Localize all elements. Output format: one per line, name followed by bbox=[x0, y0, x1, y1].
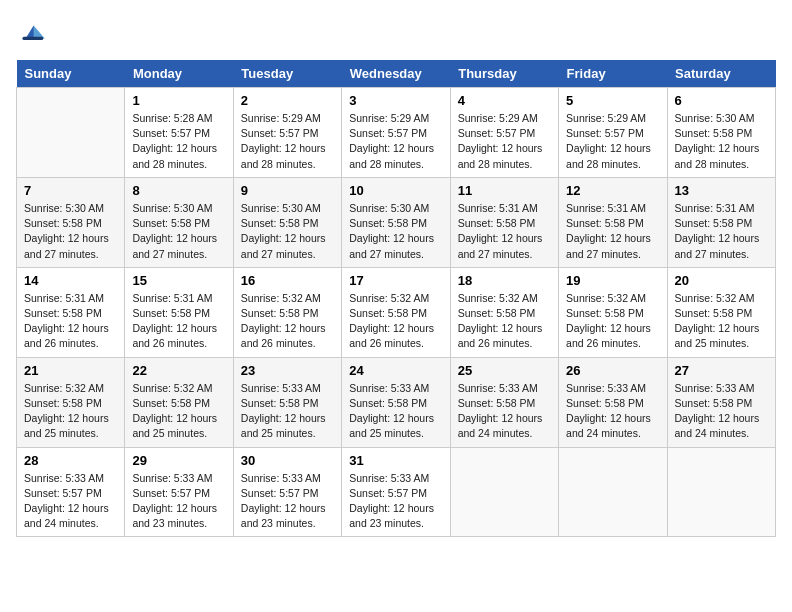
calendar-cell bbox=[559, 447, 667, 537]
calendar-cell: 27Sunrise: 5:33 AMSunset: 5:58 PMDayligh… bbox=[667, 357, 775, 447]
calendar-cell: 15Sunrise: 5:31 AMSunset: 5:58 PMDayligh… bbox=[125, 267, 233, 357]
day-number: 17 bbox=[349, 273, 442, 288]
header-day: Sunday bbox=[17, 60, 125, 88]
day-info: Sunrise: 5:33 AMSunset: 5:58 PMDaylight:… bbox=[675, 381, 768, 442]
header-day: Monday bbox=[125, 60, 233, 88]
day-number: 1 bbox=[132, 93, 225, 108]
day-number: 25 bbox=[458, 363, 551, 378]
day-info: Sunrise: 5:31 AMSunset: 5:58 PMDaylight:… bbox=[675, 201, 768, 262]
calendar-week: 7Sunrise: 5:30 AMSunset: 5:58 PMDaylight… bbox=[17, 177, 776, 267]
calendar-cell: 4Sunrise: 5:29 AMSunset: 5:57 PMDaylight… bbox=[450, 88, 558, 178]
day-info: Sunrise: 5:33 AMSunset: 5:58 PMDaylight:… bbox=[349, 381, 442, 442]
calendar-body: 1Sunrise: 5:28 AMSunset: 5:57 PMDaylight… bbox=[17, 88, 776, 537]
calendar-cell: 11Sunrise: 5:31 AMSunset: 5:58 PMDayligh… bbox=[450, 177, 558, 267]
calendar-cell: 14Sunrise: 5:31 AMSunset: 5:58 PMDayligh… bbox=[17, 267, 125, 357]
calendar-cell: 18Sunrise: 5:32 AMSunset: 5:58 PMDayligh… bbox=[450, 267, 558, 357]
day-info: Sunrise: 5:30 AMSunset: 5:58 PMDaylight:… bbox=[24, 201, 117, 262]
day-info: Sunrise: 5:33 AMSunset: 5:58 PMDaylight:… bbox=[241, 381, 334, 442]
calendar-cell: 13Sunrise: 5:31 AMSunset: 5:58 PMDayligh… bbox=[667, 177, 775, 267]
day-number: 7 bbox=[24, 183, 117, 198]
day-info: Sunrise: 5:30 AMSunset: 5:58 PMDaylight:… bbox=[675, 111, 768, 172]
day-info: Sunrise: 5:31 AMSunset: 5:58 PMDaylight:… bbox=[566, 201, 659, 262]
day-number: 20 bbox=[675, 273, 768, 288]
calendar-cell bbox=[450, 447, 558, 537]
day-number: 24 bbox=[349, 363, 442, 378]
day-number: 27 bbox=[675, 363, 768, 378]
day-info: Sunrise: 5:32 AMSunset: 5:58 PMDaylight:… bbox=[241, 291, 334, 352]
day-info: Sunrise: 5:29 AMSunset: 5:57 PMDaylight:… bbox=[566, 111, 659, 172]
calendar-cell: 25Sunrise: 5:33 AMSunset: 5:58 PMDayligh… bbox=[450, 357, 558, 447]
day-number: 3 bbox=[349, 93, 442, 108]
day-info: Sunrise: 5:33 AMSunset: 5:58 PMDaylight:… bbox=[458, 381, 551, 442]
logo bbox=[16, 16, 52, 48]
day-number: 4 bbox=[458, 93, 551, 108]
header-day: Thursday bbox=[450, 60, 558, 88]
day-info: Sunrise: 5:29 AMSunset: 5:57 PMDaylight:… bbox=[349, 111, 442, 172]
header-row: SundayMondayTuesdayWednesdayThursdayFrid… bbox=[17, 60, 776, 88]
calendar-week: 28Sunrise: 5:33 AMSunset: 5:57 PMDayligh… bbox=[17, 447, 776, 537]
header-day: Saturday bbox=[667, 60, 775, 88]
day-number: 8 bbox=[132, 183, 225, 198]
day-number: 15 bbox=[132, 273, 225, 288]
day-number: 19 bbox=[566, 273, 659, 288]
calendar-header: SundayMondayTuesdayWednesdayThursdayFrid… bbox=[17, 60, 776, 88]
day-info: Sunrise: 5:32 AMSunset: 5:58 PMDaylight:… bbox=[566, 291, 659, 352]
day-number: 5 bbox=[566, 93, 659, 108]
day-info: Sunrise: 5:32 AMSunset: 5:58 PMDaylight:… bbox=[458, 291, 551, 352]
header-day: Wednesday bbox=[342, 60, 450, 88]
day-number: 13 bbox=[675, 183, 768, 198]
day-number: 11 bbox=[458, 183, 551, 198]
day-number: 29 bbox=[132, 453, 225, 468]
day-info: Sunrise: 5:29 AMSunset: 5:57 PMDaylight:… bbox=[458, 111, 551, 172]
calendar-cell: 8Sunrise: 5:30 AMSunset: 5:58 PMDaylight… bbox=[125, 177, 233, 267]
calendar-cell: 23Sunrise: 5:33 AMSunset: 5:58 PMDayligh… bbox=[233, 357, 341, 447]
day-number: 16 bbox=[241, 273, 334, 288]
page-header bbox=[16, 16, 776, 48]
day-number: 10 bbox=[349, 183, 442, 198]
day-info: Sunrise: 5:28 AMSunset: 5:57 PMDaylight:… bbox=[132, 111, 225, 172]
day-info: Sunrise: 5:30 AMSunset: 5:58 PMDaylight:… bbox=[349, 201, 442, 262]
day-info: Sunrise: 5:31 AMSunset: 5:58 PMDaylight:… bbox=[132, 291, 225, 352]
calendar-cell: 24Sunrise: 5:33 AMSunset: 5:58 PMDayligh… bbox=[342, 357, 450, 447]
svg-rect-3 bbox=[22, 37, 43, 40]
day-number: 28 bbox=[24, 453, 117, 468]
day-info: Sunrise: 5:31 AMSunset: 5:58 PMDaylight:… bbox=[24, 291, 117, 352]
day-number: 31 bbox=[349, 453, 442, 468]
calendar-week: 1Sunrise: 5:28 AMSunset: 5:57 PMDaylight… bbox=[17, 88, 776, 178]
header-day: Tuesday bbox=[233, 60, 341, 88]
calendar-cell: 19Sunrise: 5:32 AMSunset: 5:58 PMDayligh… bbox=[559, 267, 667, 357]
day-info: Sunrise: 5:30 AMSunset: 5:58 PMDaylight:… bbox=[132, 201, 225, 262]
calendar-cell: 12Sunrise: 5:31 AMSunset: 5:58 PMDayligh… bbox=[559, 177, 667, 267]
calendar-cell: 2Sunrise: 5:29 AMSunset: 5:57 PMDaylight… bbox=[233, 88, 341, 178]
day-number: 9 bbox=[241, 183, 334, 198]
day-number: 30 bbox=[241, 453, 334, 468]
calendar-cell: 30Sunrise: 5:33 AMSunset: 5:57 PMDayligh… bbox=[233, 447, 341, 537]
day-number: 26 bbox=[566, 363, 659, 378]
day-info: Sunrise: 5:32 AMSunset: 5:58 PMDaylight:… bbox=[349, 291, 442, 352]
calendar-cell: 31Sunrise: 5:33 AMSunset: 5:57 PMDayligh… bbox=[342, 447, 450, 537]
svg-marker-2 bbox=[34, 26, 45, 39]
day-info: Sunrise: 5:33 AMSunset: 5:58 PMDaylight:… bbox=[566, 381, 659, 442]
calendar-cell: 29Sunrise: 5:33 AMSunset: 5:57 PMDayligh… bbox=[125, 447, 233, 537]
calendar-cell: 26Sunrise: 5:33 AMSunset: 5:58 PMDayligh… bbox=[559, 357, 667, 447]
day-info: Sunrise: 5:32 AMSunset: 5:58 PMDaylight:… bbox=[24, 381, 117, 442]
calendar-cell: 16Sunrise: 5:32 AMSunset: 5:58 PMDayligh… bbox=[233, 267, 341, 357]
day-number: 2 bbox=[241, 93, 334, 108]
calendar-cell: 28Sunrise: 5:33 AMSunset: 5:57 PMDayligh… bbox=[17, 447, 125, 537]
calendar-cell bbox=[667, 447, 775, 537]
day-info: Sunrise: 5:33 AMSunset: 5:57 PMDaylight:… bbox=[24, 471, 117, 532]
day-info: Sunrise: 5:32 AMSunset: 5:58 PMDaylight:… bbox=[132, 381, 225, 442]
calendar-cell: 5Sunrise: 5:29 AMSunset: 5:57 PMDaylight… bbox=[559, 88, 667, 178]
calendar-cell: 10Sunrise: 5:30 AMSunset: 5:58 PMDayligh… bbox=[342, 177, 450, 267]
calendar-cell: 21Sunrise: 5:32 AMSunset: 5:58 PMDayligh… bbox=[17, 357, 125, 447]
day-info: Sunrise: 5:30 AMSunset: 5:58 PMDaylight:… bbox=[241, 201, 334, 262]
calendar-cell: 6Sunrise: 5:30 AMSunset: 5:58 PMDaylight… bbox=[667, 88, 775, 178]
calendar-week: 14Sunrise: 5:31 AMSunset: 5:58 PMDayligh… bbox=[17, 267, 776, 357]
logo-icon bbox=[16, 16, 48, 48]
day-number: 6 bbox=[675, 93, 768, 108]
day-number: 22 bbox=[132, 363, 225, 378]
calendar-cell: 1Sunrise: 5:28 AMSunset: 5:57 PMDaylight… bbox=[125, 88, 233, 178]
calendar-cell: 20Sunrise: 5:32 AMSunset: 5:58 PMDayligh… bbox=[667, 267, 775, 357]
day-number: 12 bbox=[566, 183, 659, 198]
day-number: 14 bbox=[24, 273, 117, 288]
